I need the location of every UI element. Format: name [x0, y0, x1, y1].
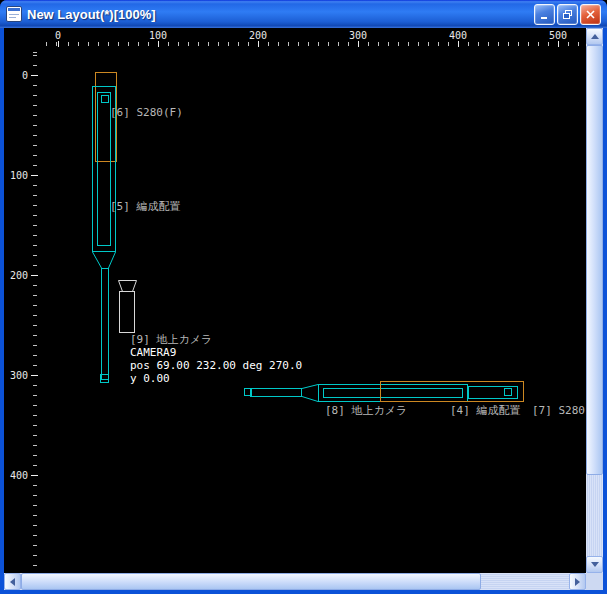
scroll-left-button[interactable]	[4, 573, 21, 590]
formation-vertical-label: [5] 編成配置	[110, 201, 181, 213]
window-controls	[534, 4, 601, 25]
app-icon-line	[9, 14, 19, 15]
horizontal-scrollbar[interactable]	[4, 573, 586, 590]
train-vertical-neck[interactable]	[93, 252, 116, 268]
camera-horizontal-label: [8] 地上カメラ	[325, 405, 407, 417]
train-horizontal-label: [7] S280(F)	[532, 405, 586, 417]
scroll-left-icon	[10, 578, 15, 586]
app-window: New Layout(*)[100%]	[0, 0, 607, 594]
scroll-down-button[interactable]	[586, 556, 603, 573]
title-bar[interactable]: New Layout(*)[100%]	[0, 0, 607, 28]
camera-label: [9] 地上カメラ	[130, 334, 212, 346]
camera-position: pos 69.00 232.00 deg 270.0	[130, 360, 302, 372]
scroll-up-icon	[591, 34, 599, 39]
close-icon	[585, 9, 596, 20]
client-area: 0 100 200 300 400 500 0 100 200 300 400	[4, 28, 603, 590]
camera-height: y 0.00	[130, 373, 170, 385]
minimize-button[interactable]	[534, 4, 555, 25]
formation-horizontal-label: [4] 編成配置	[450, 405, 521, 417]
canvas-vector-overlay	[4, 28, 586, 573]
camera-name: CAMERA9	[130, 347, 176, 359]
vertical-scrollbar[interactable]	[586, 28, 603, 573]
close-button[interactable]	[580, 4, 601, 25]
vertical-scroll-thumb[interactable]	[586, 45, 603, 475]
app-icon-line	[9, 17, 16, 18]
horizontal-scroll-thumb[interactable]	[21, 573, 481, 590]
restore-icon	[562, 9, 573, 20]
app-icon	[6, 6, 22, 22]
train-vertical-label: [6] S280(F)	[110, 107, 183, 119]
layout-canvas[interactable]: 0 100 200 300 400 500 0 100 200 300 400	[4, 28, 586, 573]
app-icon-titlebar	[8, 8, 20, 11]
window-title: New Layout(*)[100%]	[27, 7, 534, 22]
restore-button[interactable]	[557, 4, 578, 25]
scroll-right-icon	[575, 578, 580, 586]
train-horizontal-neck[interactable]	[302, 385, 318, 402]
scroll-up-button[interactable]	[586, 28, 603, 45]
scrollbar-corner	[586, 573, 603, 590]
scroll-right-button[interactable]	[569, 573, 586, 590]
minimize-icon	[539, 9, 550, 20]
scroll-down-icon	[591, 562, 599, 567]
camera-lens[interactable]	[119, 281, 137, 292]
